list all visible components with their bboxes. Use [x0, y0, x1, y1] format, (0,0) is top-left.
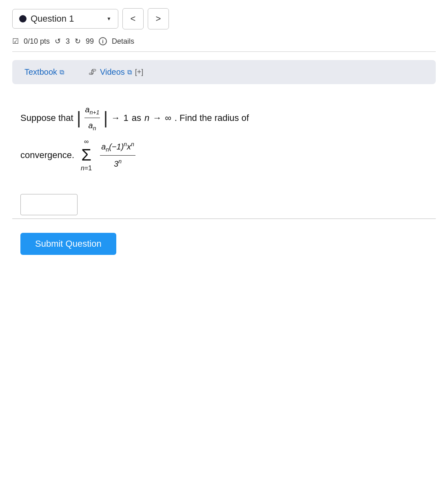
undo-icon: ↺: [55, 37, 61, 46]
math-content: Suppose that | an+1 an | → 1 as n → ∞ . …: [12, 99, 436, 186]
undo-count: 3: [66, 37, 70, 46]
as-text: as: [132, 111, 141, 125]
series-denominator: 3n: [113, 156, 123, 170]
convergence-text: convergence.: [20, 148, 74, 162]
question-selector[interactable]: Question 1 ▼: [12, 9, 118, 29]
question-dot: [19, 15, 27, 22]
sigma-lower: n=1: [81, 163, 92, 174]
question-label: Question 1: [31, 13, 102, 24]
next-question-button[interactable]: >: [148, 8, 169, 29]
abs-left: |: [77, 109, 81, 127]
points-text: 0/10 pts: [24, 37, 50, 46]
n-var: n: [144, 111, 149, 125]
info-icon: i: [99, 37, 107, 45]
convergence-line: convergence. ∞ Σ n=1 an(−1)nxn 3n: [20, 136, 428, 174]
videos-ext-icon: ⧉: [127, 69, 132, 76]
videos-group: 🖇 Videos ⧉ [+]: [89, 67, 143, 77]
textbook-label: Textbook: [24, 67, 57, 77]
fraction: an+1 an: [84, 103, 100, 133]
refresh-icon: ↻: [75, 37, 81, 46]
check-icon: ☑: [12, 37, 19, 46]
frac-denominator: an: [88, 118, 97, 133]
find-text: . Find the radius of: [175, 111, 249, 125]
plus-badge: [+]: [135, 68, 144, 76]
header-row: Question 1 ▼ < >: [12, 8, 436, 29]
arrow1: →: [111, 111, 120, 125]
series-fraction: an(−1)nxn 3n: [100, 140, 135, 170]
abs-right: |: [103, 109, 108, 127]
infinity-symbol: ∞: [165, 111, 171, 125]
dropdown-arrow-icon: ▼: [106, 16, 111, 22]
textbook-link[interactable]: Textbook ⧉: [24, 67, 64, 77]
sigma-container: ∞ Σ n=1: [81, 136, 92, 174]
arrow2: →: [153, 111, 162, 125]
fraction-abs: | an+1 an |: [77, 103, 108, 133]
frac-numerator: an+1: [84, 103, 100, 118]
limit-val: 1: [123, 111, 128, 125]
resource-bar: Textbook ⧉ 🖇 Videos ⧉ [+]: [12, 60, 436, 84]
math-line-1: Suppose that | an+1 an | → 1 as n → ∞ . …: [20, 103, 428, 133]
refresh-count: 99: [86, 37, 94, 46]
series-numerator: an(−1)nxn: [100, 140, 135, 156]
textbook-ext-icon: ⧉: [60, 69, 64, 76]
sigma-symbol: Σ: [81, 147, 91, 163]
suppose-text: Suppose that: [20, 111, 73, 125]
answer-underline: [12, 219, 436, 219]
videos-link[interactable]: Videos ⧉: [100, 67, 132, 77]
paperclip-icon: 🖇: [89, 67, 97, 77]
answer-input[interactable]: [20, 194, 78, 215]
submit-question-button[interactable]: Submit Question: [20, 233, 116, 255]
prev-question-button[interactable]: <: [122, 8, 144, 29]
points-row: ☑ 0/10 pts ↺ 3 ↻ 99 i Details: [12, 37, 436, 52]
videos-label: Videos: [100, 67, 125, 77]
details-link[interactable]: Details: [112, 37, 134, 46]
sigma-upper: ∞: [84, 136, 89, 147]
